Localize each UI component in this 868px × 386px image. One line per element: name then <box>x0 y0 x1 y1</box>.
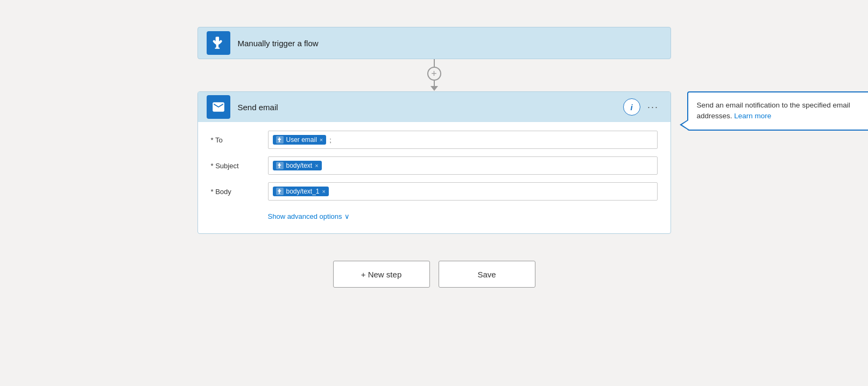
to-field-row: * To User email × ; <box>211 131 658 149</box>
body-input[interactable]: body/text_1 × <box>268 182 658 201</box>
flow-container: Manually trigger a flow + Send an email … <box>192 27 676 288</box>
to-semicolon: ; <box>329 136 331 144</box>
user-email-token-label: User email <box>286 136 317 144</box>
body-text-1-token: body/text_1 × <box>273 187 329 196</box>
email-block-label: Send email <box>238 103 278 112</box>
subject-input[interactable]: body/text × <box>268 156 658 175</box>
arrow-down-icon <box>431 86 438 91</box>
trigger-block: Manually trigger a flow <box>197 27 671 59</box>
more-options-button[interactable]: ··· <box>645 98 662 116</box>
show-advanced-label: Show advanced options <box>268 212 342 220</box>
email-block-wrapper: Send an email notification to the specif… <box>197 91 671 234</box>
save-button[interactable]: Save <box>439 261 535 288</box>
email-header-actions: i ··· <box>623 98 662 116</box>
token-hand-icon-2 <box>276 162 284 169</box>
body-field-row: * Body body/text_1 × <box>211 182 658 201</box>
email-fields: * To User email × ; <box>198 122 671 233</box>
envelope-icon <box>211 100 225 114</box>
email-icon <box>207 95 230 119</box>
trigger-label: Manually trigger a flow <box>238 39 319 48</box>
chevron-down-icon: ∨ <box>344 212 350 220</box>
subject-label: * Subject <box>211 162 259 170</box>
body-label: * Body <box>211 188 259 196</box>
email-block: Send email i ··· * To <box>197 91 671 234</box>
show-advanced-options[interactable]: Show advanced options ∨ <box>211 208 658 229</box>
remove-body-text-1-token[interactable]: × <box>322 188 326 195</box>
tooltip-text: Send an email notification to the specif… <box>697 101 850 120</box>
trigger-icon <box>207 31 230 55</box>
connector-line-bottom <box>434 81 435 86</box>
to-label: * To <box>211 136 259 144</box>
to-input[interactable]: User email × ; <box>268 131 658 149</box>
user-email-token: User email × <box>273 135 327 145</box>
remove-user-email-token[interactable]: × <box>320 137 323 143</box>
token-hand-icon <box>276 136 284 144</box>
body-text-1-token-label: body/text_1 <box>286 188 320 195</box>
step-connector: + <box>427 59 441 91</box>
tooltip-popup: Send an email notification to the specif… <box>687 91 869 131</box>
email-header-left: Send email <box>207 95 278 119</box>
canvas: Manually trigger a flow + Send an email … <box>11 11 857 386</box>
email-block-header: Send email i ··· <box>198 92 671 122</box>
body-text-token: body/text × <box>273 161 322 170</box>
connector-arrow <box>431 81 438 91</box>
body-text-token-label: body/text <box>286 162 313 169</box>
subject-field-row: * Subject body/text × <box>211 156 658 175</box>
remove-body-text-token[interactable]: × <box>315 162 318 169</box>
token-hand-icon-3 <box>276 188 284 195</box>
tooltip-learn-more-link[interactable]: Learn more <box>734 112 771 120</box>
bottom-buttons: + New step Save <box>333 261 535 288</box>
new-step-button[interactable]: + New step <box>333 261 430 288</box>
info-button[interactable]: i <box>623 98 640 116</box>
hand-icon <box>211 36 225 50</box>
add-step-button[interactable]: + <box>427 67 441 81</box>
connector-line-top <box>434 59 435 67</box>
